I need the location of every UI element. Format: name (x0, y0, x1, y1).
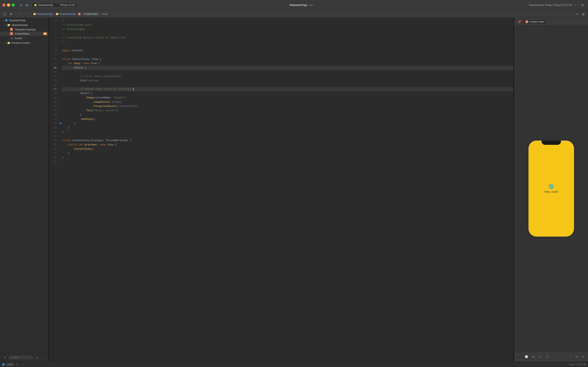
line-num-16: 16 (49, 83, 57, 87)
line-num-31: 31 (49, 147, 57, 151)
folder-icon-2: 📁 (7, 23, 10, 27)
line-num-9: 9 (49, 53, 57, 57)
code-line-23: } (62, 113, 513, 117)
code-line-5: // Created by Russell Gordon on 2022-11-… (62, 36, 513, 40)
grid-button[interactable]: ⊞ (8, 11, 14, 17)
preview-title-label: Content View (529, 20, 544, 23)
titlebar-center: StopwatchApp main (77, 3, 526, 6)
sidebar-toggle-button[interactable]: ⊟ (18, 2, 24, 8)
editor-layout-button[interactable]: ▤ (581, 11, 586, 17)
titlebar-right-buttons: + ⊞ (572, 2, 586, 8)
assets-icon: 🗂 (10, 36, 14, 40)
sidebar-item-folder-label: StopwatchApp (11, 24, 28, 26)
disclosure-preview: ▸ (4, 41, 7, 44)
scheme-device: iPhone 14 Pro (60, 4, 75, 6)
line-num-13: 13 (49, 70, 57, 74)
editor-area: 1 2 3 4 5 6 7 8 9 10 11 12 13 14 15 16 1… (49, 18, 513, 362)
code-line-32: } (62, 151, 513, 156)
line-num-19: 19 (49, 96, 57, 100)
add-tab-button[interactable]: + (572, 2, 578, 8)
statusbar-warning-button[interactable]: ⚠ (15, 362, 20, 367)
preview-header: 📌 S Content View (514, 18, 588, 26)
zoom-in-button[interactable]: + (580, 354, 586, 359)
sidebar-warning-button[interactable]: ⚠ (34, 355, 40, 360)
toolbar-separator (16, 12, 16, 16)
sidebar-stopwatchappapp-label: StopwatchAppApp (15, 28, 36, 31)
sidebar-item-stopwatchapp-root[interactable]: ▾ 🔷 StopwatchApp (0, 18, 48, 23)
line-num-27: 27 (49, 130, 57, 134)
canvas-button[interactable]: ⬜ (524, 354, 529, 359)
line-num-14: 14 (49, 74, 57, 79)
zoom-fit-button[interactable]: ⊡ (574, 354, 580, 359)
grid-preview-button[interactable]: ⊞ (531, 354, 536, 359)
code-line-24: .padding() (62, 117, 513, 121)
code-editor-content[interactable]: // // ContentView.swift // StopwatchApp … (59, 18, 513, 362)
folder-icon: 🔷 (5, 18, 8, 22)
sidebar-git-button[interactable]: ↑ (41, 355, 46, 360)
code-line-26: } (62, 125, 513, 130)
line-num-24: 24 (49, 117, 57, 121)
sidebar-item-preview-content[interactable]: ▸ 📁 Preview Content (0, 41, 48, 45)
device-button[interactable]: 📱 (517, 354, 522, 359)
preview-bottom-toolbar: 📱 ⬜ ⊞ ⊙ ⓘ − ⊡ + (514, 351, 588, 362)
code-line-13 (62, 70, 513, 74)
code-line-11: var body: some View { (62, 61, 513, 66)
sidebar-item-stopwatchappapp[interactable]: ▸ S StopwatchAppApp (0, 27, 48, 32)
swift-icon: S (10, 28, 13, 31)
preview-panel: 📌 S Content View 🌐 Hello, world! 📱 ⬜ ⊞ ⊙… (514, 18, 588, 362)
sidebar-item-stopwatchapp-folder[interactable]: ▾ 📁 StopwatchApp (0, 23, 48, 27)
code-line-3: // StopwatchApp (62, 27, 513, 32)
sidebar-item-label: StopwatchApp (9, 19, 25, 22)
line-num-8: 8 (49, 49, 57, 53)
fullscreen-button[interactable] (12, 3, 15, 7)
preview-content-area: 🌐 Hello, world! (514, 26, 588, 351)
line-num-25: 25 (49, 121, 57, 125)
sidebar-add-button[interactable]: + (2, 355, 7, 360)
statusbar-git-button[interactable]: ↑ (21, 362, 26, 367)
code-container: 1 2 3 4 5 6 7 8 9 10 11 12 13 14 15 16 1… (49, 18, 513, 362)
close-button[interactable] (2, 3, 5, 7)
code-line-17: // Second layer (rest of interface) (62, 87, 513, 91)
navigate-back-button[interactable]: ‹ (18, 11, 23, 17)
scheme-app-name: StopwatchApp (38, 4, 53, 6)
code-line-16 (62, 83, 513, 87)
sidebar-contentview-label: ContentView (15, 32, 29, 35)
sidebar-item-contentview[interactable]: ▸ S ContentView M (0, 32, 48, 36)
chevron-icon: › (54, 4, 55, 6)
line-num-28: 28 (49, 134, 57, 138)
preview-pin-button[interactable]: 📌 (517, 19, 522, 24)
navigate-forward-button[interactable]: › (24, 11, 29, 17)
line-num-26: 26 (49, 125, 57, 130)
scheme-selector[interactable]: 📁 StopwatchApp › 📱 iPhone 14 Pro (32, 3, 77, 7)
status-bar-left: main ⚠ ↑ (2, 362, 26, 367)
traffic-lights (2, 3, 15, 7)
sidebar-left-button[interactable]: ◫ (2, 11, 7, 17)
editor-split-button[interactable]: ⇌ (575, 11, 580, 17)
controls-button[interactable]: ⊙ (538, 354, 543, 359)
code-line-33: } (62, 156, 513, 160)
line-num-2: 2 (49, 23, 57, 27)
sidebar-item-assets[interactable]: ▸ 🗂 Assets (0, 36, 48, 41)
code-line-9 (62, 53, 513, 57)
main-content: ▾ 🔷 StopwatchApp ▾ 📁 StopwatchApp ▸ S St… (0, 18, 588, 362)
zoom-out-button[interactable]: − (568, 354, 573, 359)
app-sub: main (309, 4, 313, 6)
split-editor-button[interactable]: ⊞ (580, 2, 586, 8)
preview-title-button[interactable]: S Content View (523, 19, 546, 24)
modified-badge: M (43, 33, 47, 35)
code-line-2: // ContentView.swift (62, 23, 513, 27)
code-line-25: } (62, 121, 513, 125)
filter-icon: ⊙ (10, 356, 12, 359)
run-button[interactable]: ▶ (24, 2, 30, 8)
disclosure-icon: ▾ (1, 19, 5, 22)
line-num-33: 33 (49, 156, 57, 160)
code-line-30: static var previews: some View { (62, 143, 513, 147)
code-line-29: struct ContentView_Previews: PreviewProv… (62, 138, 513, 143)
sidebar: ▾ 🔷 StopwatchApp ▾ 📁 StopwatchApp ▸ S St… (0, 18, 49, 362)
code-line-34 (62, 160, 513, 164)
sidebar-filter-input[interactable] (13, 356, 31, 359)
minimize-button[interactable] (7, 3, 10, 7)
info-button[interactable]: ⓘ (545, 354, 550, 359)
titlebar: ⊟ ▶ 📁 StopwatchApp › 📱 iPhone 14 Pro Sto… (0, 0, 588, 10)
line-num-34: 34 (49, 160, 57, 164)
